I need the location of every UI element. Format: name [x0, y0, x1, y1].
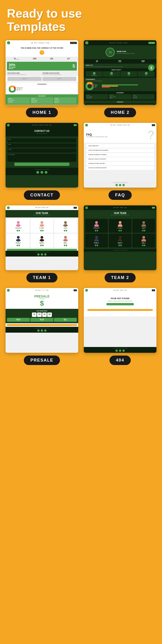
faq-item-5[interactable]: • IS PRESALE A GLOBAL PLATFORM ?: [86, 162, 154, 166]
notfound-social-footer: © 2024 MEME KOIN. ALL RIGHTS RESERVED: [84, 347, 156, 353]
home2-hero: M MEME KOIN The future of decentralized …: [84, 45, 156, 59]
svg-point-13: [16, 239, 20, 242]
svg-point-8: [40, 221, 43, 224]
team1-avatar-1: [15, 220, 22, 227]
faq-preview[interactable]: HOME ABOUT TOKENOMICS PRESALE TEAM BUY F…: [84, 123, 156, 188]
svg-point-10: [64, 221, 67, 224]
notfound-nav: HOME ABOUT PRESALE TEAM BUY: [84, 288, 156, 292]
presale-countdown: 12 D 15 H 33 M 58 S: [7, 312, 77, 317]
contact-submit-btn[interactable]: [14, 162, 70, 166]
team1-preview[interactable]: HOME ABOUT PRESALE TEAM BUY OUR TEAM MEE…: [6, 206, 78, 270]
home1-stat-1: 1B TOTAL SUPPLY: [14, 58, 19, 60]
svg-point-16: [64, 236, 67, 239]
team1-telegram-icon[interactable]: [41, 253, 43, 256]
home1-hero-title: THIS IS MEME KOIN, THE CURRENCY OF THE F…: [8, 47, 76, 49]
presale-label[interactable]: PRESALE: [24, 356, 60, 365]
notfound-telegram-icon[interactable]: [119, 350, 121, 352]
svg-point-25: [94, 239, 99, 242]
contact-name-field[interactable]: NAME: [8, 138, 76, 142]
notfound-discord-icon[interactable]: [122, 350, 125, 352]
svg-point-15: [40, 239, 44, 242]
team1-grid: JAMES SMITH CEO VICTORIA J. CTO: [6, 218, 78, 249]
template-card-home1: HOME ABOUT TOKENOMICS PRESALE BUY NOW TH…: [6, 40, 78, 117]
team1-twitter-icon[interactable]: [37, 253, 40, 256]
faq-discord-icon[interactable]: [122, 184, 125, 186]
faq-social-footer: © 2024 MEME KOIN. ALL RIGHTS RESERVED: [84, 181, 156, 188]
svg-point-24: [95, 236, 98, 239]
svg-point-7: [16, 224, 20, 227]
faq-telegram-icon[interactable]: [119, 184, 121, 186]
team1-discord-icon[interactable]: [44, 253, 46, 256]
faq-items: • WHAT IS MEME KOIN ? • HOW DO I BUY MEM…: [84, 143, 156, 172]
team1-member-4: MICHAEL R. DESIGNER: [7, 234, 30, 248]
svg-point-20: [119, 221, 122, 224]
faq-twitter-icon[interactable]: [116, 184, 118, 186]
presale-telegram-icon[interactable]: [41, 330, 43, 332]
home2-preview[interactable]: HOME ABOUT TOKENOMICS PRESALE BUY NOW M …: [84, 40, 156, 105]
svg-point-19: [94, 224, 99, 227]
home1-nav-btn: BUY NOW: [70, 42, 77, 44]
presale-preview[interactable]: HOME ABOUT PRESALE TEAM BUY PRESALE TOKE…: [6, 288, 78, 353]
team1-member-1: JAMES SMITH CEO: [7, 219, 30, 233]
team1-nav-links: HOME ABOUT PRESALE TEAM: [35, 207, 48, 208]
home2-roadmap: ROADMAP PHASE 1 LAUNCH WEBSITE SOCIAL ME…: [84, 91, 156, 100]
contact-preview[interactable]: HOME ABOUT TOKENOMICS PRESALE TEAM BUY C…: [6, 123, 78, 188]
notfound-nav-btn: BUY: [152, 290, 155, 291]
presale-twitter-icon[interactable]: [37, 330, 40, 332]
template-card-presale: HOME ABOUT PRESALE TEAM BUY PRESALE TOKE…: [6, 288, 78, 365]
contact-label[interactable]: CONTACT: [24, 190, 60, 200]
contact-header: CONTACT US GET IN TOUCH WITH US: [6, 128, 78, 136]
svg-point-6: [17, 221, 20, 224]
team2-nav-btn: BUY: [152, 207, 155, 209]
faq-item-6[interactable]: • HOW CAN YOU BECOME AN INVESTOR ?: [86, 166, 154, 170]
team1-member-3: JOHN W. DEV: [54, 219, 77, 233]
team2-member-6: MARY J. COMMUNITY: [132, 234, 155, 248]
discord-icon[interactable]: [45, 171, 48, 174]
team1-label[interactable]: TEAM 1: [26, 273, 58, 282]
svg-point-18: [95, 221, 98, 224]
contact-email-field[interactable]: EMAIL: [8, 144, 76, 148]
presale-social-footer: © 2024 MEME KOIN. ALL RIGHTS RESERVED: [6, 327, 78, 333]
home1-label[interactable]: HOME 1: [26, 108, 58, 117]
faq-nav: HOME ABOUT TOKENOMICS PRESALE TEAM BUY: [84, 123, 156, 128]
presale-nav-links: HOME ABOUT PRESALE TEAM: [35, 290, 48, 291]
notfound-preview[interactable]: HOME ABOUT PRESALE TEAM BUY PAGE NOT FOU…: [84, 288, 156, 353]
notfound-twitter-icon[interactable]: [116, 350, 118, 352]
contact-message-field[interactable]: YOUR MESSAGE: [8, 154, 76, 162]
presale-price-section: OUR TOKEN PRICE 12 D 15 H 33 M: [6, 309, 78, 323]
presale-nav-logo: [7, 289, 10, 292]
twitter-icon[interactable]: [36, 171, 39, 174]
faq-item-1[interactable]: • WHAT IS MEME KOIN ?: [86, 144, 154, 148]
faq-item-3[interactable]: • WHAT ARE THE BENEFITS OF STAKING ?: [86, 153, 154, 156]
faq-item-2[interactable]: • HOW DO I BUY MEME KOIN ON EXCHANGE ?: [86, 148, 154, 152]
notfound-label[interactable]: 404: [110, 356, 131, 365]
team1-social-footer: © 2024 MEME KOIN. ALL RIGHTS RESERVED: [6, 251, 78, 256]
notfound-back-btn[interactable]: [106, 303, 134, 305]
team2-footer: © 2024 MEME KOIN. ALL RIGHTS RESERVED: [84, 249, 156, 252]
team2-member-2: VICTORIA J. CTO: [109, 219, 132, 233]
team2-label[interactable]: TEAM 2: [104, 273, 136, 282]
team1-avatar-6: [62, 235, 69, 242]
home1-preview[interactable]: HOME ABOUT TOKENOMICS PRESALE BUY NOW TH…: [6, 40, 78, 105]
team2-avatar-3: [140, 220, 147, 227]
home1-img-row: MEME KOIN COMMUNITY: [6, 76, 78, 82]
contact-nav-logo: [7, 124, 10, 126]
svg-point-27: [118, 239, 122, 242]
faq-item-4[interactable]: • WHEN CAN I CONTACT THE SUPPORT ?: [86, 157, 154, 161]
faq-question-mark-icon: ?: [148, 129, 154, 141]
team2-preview[interactable]: HOME ABOUT PRESALE TEAM BUY OUR TEAM MEE…: [84, 206, 156, 270]
presale-discord-icon[interactable]: [44, 330, 46, 332]
home1-stat-2: 100M FOR SALE: [33, 58, 36, 60]
svg-point-17: [63, 239, 68, 242]
svg-point-29: [142, 239, 146, 242]
home2-logo: [85, 41, 88, 44]
svg-point-12: [17, 236, 20, 239]
contact-subject-field[interactable]: SUBJECT: [8, 148, 76, 153]
telegram-icon[interactable]: [40, 171, 43, 174]
team2-nav-logo: [85, 206, 88, 209]
home2-label[interactable]: HOME 2: [104, 108, 136, 117]
svg-point-22: [142, 221, 145, 224]
contact-nav: HOME ABOUT TOKENOMICS PRESALE TEAM BUY: [6, 123, 78, 128]
faq-label[interactable]: FAQ: [108, 190, 132, 200]
template-card-team1: HOME ABOUT PRESALE TEAM BUY OUR TEAM MEE…: [6, 206, 78, 282]
